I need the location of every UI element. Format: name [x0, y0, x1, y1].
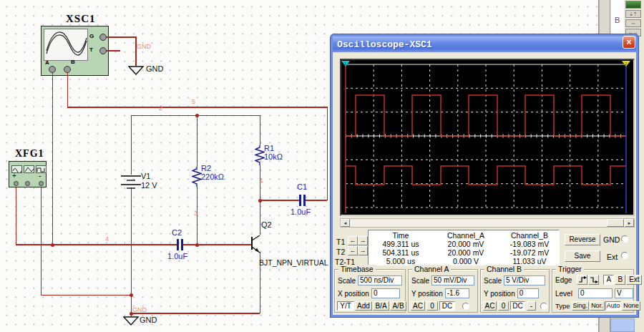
channel-b-dc-button[interactable]: DC: [510, 301, 525, 311]
resistor-r1-symbol[interactable]: [255, 145, 265, 165]
ground-symbol-top[interactable]: [128, 66, 145, 75]
window-title: Oscilloscope-XSC1: [333, 39, 432, 50]
channel-b-ac-button[interactable]: AC: [483, 301, 497, 311]
t2-right-arrow-button[interactable]: →: [358, 246, 368, 255]
battery-v1-symbol[interactable]: [119, 173, 142, 190]
stray-b-label: B: [615, 16, 620, 24]
net-label-1: 1: [260, 177, 263, 184]
timebase-xpos-input[interactable]: 0: [371, 288, 400, 298]
timebase-scale-input[interactable]: 500 ns/Div: [358, 275, 402, 285]
trigger-type-none-button[interactable]: None: [622, 301, 640, 311]
channel-a-scale-input[interactable]: 50 mV/Div: [431, 275, 474, 285]
channel-b-minus-button[interactable]: -: [527, 301, 536, 311]
readout-table: Time Channel_A Channel_B 499.311 us 20.0…: [368, 230, 560, 265]
t2-channel-a: 20.000 mV: [433, 248, 499, 257]
xsc1-terminal-g[interactable]: [99, 34, 107, 41]
trigger-type-auto-button[interactable]: Auto: [605, 301, 622, 311]
timebase-ba-button[interactable]: B/A: [373, 301, 389, 311]
toolbar-button-2[interactable]: ⇣⇡: [625, 10, 641, 18]
gnd-top-label: GND: [146, 64, 163, 73]
channel-a-scale-label: Scale: [411, 277, 429, 285]
t2-time: 504.311 us: [369, 248, 433, 257]
channel-b-scale-label: Scale: [484, 277, 502, 285]
wire-c1-right: [305, 200, 327, 201]
t1-right-arrow-button[interactable]: →: [358, 236, 368, 245]
xsc1-terminal-b[interactable]: [64, 66, 71, 73]
timebase-ab-button[interactable]: A/B: [390, 301, 406, 311]
channel-a-dc-button[interactable]: DC: [439, 301, 455, 311]
wire-collector: [260, 200, 261, 235]
trigger-source-ext-button[interactable]: Ext: [626, 275, 642, 285]
r2-value-label: 220kΩ: [201, 172, 224, 181]
wire-emitter-gnd: [131, 313, 260, 314]
reverse-button[interactable]: Reverse: [565, 234, 600, 245]
scrollbar-corner[interactable]: [610, 318, 635, 332]
t1-channel-b: -19.083 mV: [499, 240, 560, 248]
rising-edge-icon[interactable]: [577, 275, 587, 285]
trigger-group: Trigger Edge A B Ext Level 0 V Type Sing…: [552, 269, 634, 313]
t1-channel-a: 20.000 mV: [433, 240, 499, 248]
channel-a-ypos-input[interactable]: -1.6: [445, 288, 469, 298]
trigger-title: Trigger: [556, 265, 584, 273]
trigger-gnd-radio[interactable]: [621, 235, 628, 243]
readout-header-time: Time: [369, 231, 433, 240]
toolbar-button-3[interactable]: ▫▫: [625, 19, 641, 27]
xfg1-terminal-plus[interactable]: [14, 181, 19, 186]
trigger-ext-radio[interactable]: [621, 252, 628, 259]
capacitor-c1-plate[interactable]: [299, 195, 301, 206]
trigger-type-sing-button[interactable]: Sing.: [572, 301, 590, 311]
timebase-yt-button[interactable]: Y/T: [337, 301, 354, 311]
xfg1-label: XFG1: [15, 148, 44, 160]
xfg1-terminal-common[interactable]: [25, 181, 30, 186]
scroll-right-button[interactable]: ►: [625, 219, 634, 227]
capacitor-c1-plate[interactable]: [303, 195, 306, 206]
scope-graticule: 1 2: [341, 60, 633, 215]
wire-g-gnd-h: [107, 36, 136, 38]
xfg1-terminal-minus[interactable]: [39, 181, 44, 186]
ground-symbol-bottom[interactable]: [123, 316, 140, 326]
triangle-mode-icon: [24, 165, 34, 173]
channel-a-ac-button[interactable]: AC: [411, 301, 425, 311]
t1-left-arrow-button[interactable]: ←: [348, 236, 358, 245]
window-titlebar[interactable]: Oscilloscope-XSC1: [333, 36, 636, 52]
toolbar-button-1[interactable]: [625, 1, 641, 9]
trigger-type-nor-button[interactable]: Nor.: [590, 301, 605, 311]
r2-ref-label: R2: [201, 164, 211, 172]
channel-b-zero-button[interactable]: 0: [498, 301, 509, 311]
channel-b-group: Channel B Scale 5 V/Div Y position 0 AC …: [480, 269, 550, 313]
xsc1-terminal-t[interactable]: [99, 47, 107, 54]
transistor-q2-symbol[interactable]: [242, 230, 266, 256]
xsc1-t-label: T: [89, 47, 93, 53]
scroll-left-button[interactable]: ◄: [341, 219, 350, 227]
scope-hscrollbar[interactable]: ◄ ►: [340, 218, 635, 228]
wire-r2-top: [197, 115, 198, 167]
wire-xfg-minus-v: [41, 186, 42, 296]
timebase-add-button[interactable]: Add: [355, 301, 372, 311]
xsc1-terminal-a[interactable]: [49, 66, 56, 73]
channel-b-ypos-input[interactable]: 0: [517, 288, 539, 298]
channel-a-zero-button[interactable]: 0: [426, 301, 438, 311]
close-button[interactable]: ×: [623, 36, 635, 49]
capacitor-c2-plate[interactable]: [181, 239, 183, 250]
trigger-level-unit[interactable]: V: [615, 288, 633, 298]
trigger-source-b-button[interactable]: B: [615, 275, 625, 285]
channel-a-radio[interactable]: [462, 303, 469, 310]
resistor-r2-symbol[interactable]: [192, 167, 202, 187]
channel-b-scale-input[interactable]: 5 V/Div: [504, 275, 545, 285]
xfg1-minus-label: -: [39, 171, 42, 180]
channel-b-radio[interactable]: [540, 303, 547, 310]
c2-value-label: 1.0uF: [167, 252, 187, 260]
trigger-edge-label: Edge: [555, 276, 572, 284]
trigger-source-a-button[interactable]: A: [603, 275, 614, 285]
net-label-5: 5: [192, 98, 195, 105]
save-button[interactable]: Save: [565, 250, 600, 262]
capacitor-c2-plate[interactable]: [177, 239, 179, 250]
t2-left-arrow-button[interactable]: ←: [348, 246, 358, 255]
scrollbar-thumb[interactable]: [607, 219, 624, 227]
q2-model-label: BJT_NPN_VIRTUAL: [259, 258, 328, 267]
t2-label: T2: [336, 248, 345, 256]
r1-ref-label: R1: [264, 144, 274, 152]
trigger-level-input[interactable]: 0: [578, 288, 613, 298]
falling-edge-icon[interactable]: [588, 275, 599, 285]
timebase-scale-label: Scale: [338, 277, 356, 285]
